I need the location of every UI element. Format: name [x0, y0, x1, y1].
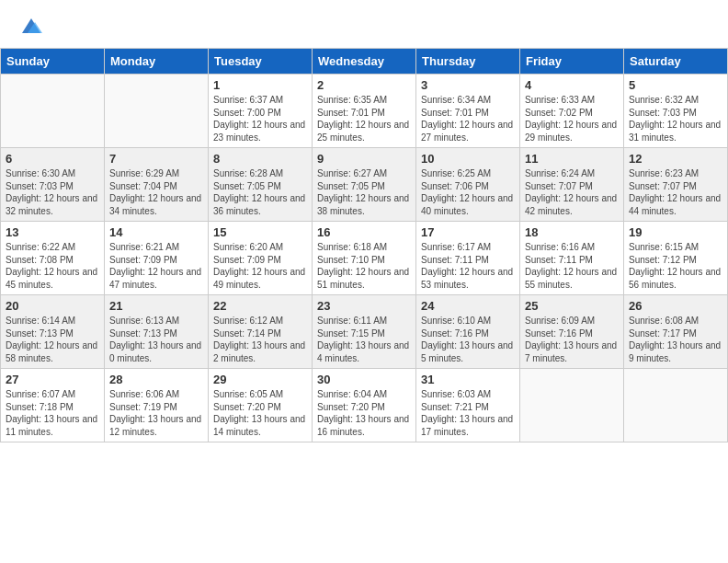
cell-info: Sunrise: 6:27 AM Sunset: 7:05 PM Dayligh…: [317, 167, 411, 217]
day-number: 13: [6, 225, 99, 239]
cell-info: Sunrise: 6:04 AM Sunset: 7:20 PM Dayligh…: [317, 388, 411, 438]
cell-info: Sunrise: 6:32 AM Sunset: 7:03 PM Dayligh…: [629, 94, 722, 144]
cell-info: Sunrise: 6:25 AM Sunset: 7:06 PM Dayligh…: [421, 167, 515, 217]
day-header-saturday: Saturday: [624, 49, 728, 75]
calendar-cell: 17Sunrise: 6:17 AM Sunset: 7:11 PM Dayli…: [416, 222, 520, 295]
cell-info: Sunrise: 6:17 AM Sunset: 7:11 PM Dayligh…: [421, 241, 515, 291]
cell-info: Sunrise: 6:37 AM Sunset: 7:00 PM Dayligh…: [213, 94, 307, 144]
calendar-cell: 15Sunrise: 6:20 AM Sunset: 7:09 PM Dayli…: [209, 222, 313, 295]
cell-info: Sunrise: 6:07 AM Sunset: 7:18 PM Dayligh…: [6, 388, 99, 438]
day-number: 15: [213, 225, 307, 239]
calendar-cell: 7Sunrise: 6:29 AM Sunset: 7:04 PM Daylig…: [105, 148, 209, 222]
cell-info: Sunrise: 6:03 AM Sunset: 7:21 PM Dayligh…: [421, 388, 515, 438]
calendar-cell: 21Sunrise: 6:13 AM Sunset: 7:13 PM Dayli…: [105, 295, 209, 369]
day-number: 24: [421, 299, 515, 313]
cell-info: Sunrise: 6:15 AM Sunset: 7:12 PM Dayligh…: [629, 241, 722, 291]
calendar-cell: 1Sunrise: 6:37 AM Sunset: 7:00 PM Daylig…: [209, 75, 313, 148]
calendar-week-row: 27Sunrise: 6:07 AM Sunset: 7:18 PM Dayli…: [1, 369, 728, 442]
cell-info: Sunrise: 6:16 AM Sunset: 7:11 PM Dayligh…: [525, 241, 619, 291]
calendar-cell: 9Sunrise: 6:27 AM Sunset: 7:05 PM Daylig…: [313, 148, 416, 222]
calendar-cell: [520, 369, 624, 442]
cell-info: Sunrise: 6:12 AM Sunset: 7:14 PM Dayligh…: [213, 315, 307, 364]
cell-info: Sunrise: 6:13 AM Sunset: 7:13 PM Dayligh…: [109, 315, 203, 364]
calendar-cell: 20Sunrise: 6:14 AM Sunset: 7:13 PM Dayli…: [1, 295, 105, 369]
calendar-cell: 6Sunrise: 6:30 AM Sunset: 7:03 PM Daylig…: [1, 148, 105, 222]
day-number: 1: [213, 78, 307, 92]
calendar-cell: [105, 75, 209, 148]
day-header-monday: Monday: [105, 49, 209, 75]
day-number: 30: [317, 373, 411, 386]
cell-info: Sunrise: 6:10 AM Sunset: 7:16 PM Dayligh…: [421, 315, 515, 364]
logo-icon: [18, 13, 44, 39]
day-number: 20: [6, 299, 99, 313]
day-number: 3: [421, 78, 515, 92]
cell-info: Sunrise: 6:06 AM Sunset: 7:19 PM Dayligh…: [109, 388, 203, 438]
calendar-cell: 31Sunrise: 6:03 AM Sunset: 7:21 PM Dayli…: [416, 369, 520, 442]
calendar-table: SundayMondayTuesdayWednesdayThursdayFrid…: [0, 48, 728, 442]
day-number: 23: [317, 299, 411, 313]
day-header-sunday: Sunday: [1, 49, 105, 75]
day-number: 10: [421, 152, 515, 166]
day-header-thursday: Thursday: [416, 49, 520, 75]
calendar-cell: 4Sunrise: 6:33 AM Sunset: 7:02 PM Daylig…: [520, 75, 624, 148]
calendar-cell: 12Sunrise: 6:23 AM Sunset: 7:07 PM Dayli…: [624, 148, 728, 222]
day-number: 14: [109, 225, 203, 239]
day-number: 28: [109, 373, 203, 386]
calendar-cell: 23Sunrise: 6:11 AM Sunset: 7:15 PM Dayli…: [313, 295, 416, 369]
calendar-cell: 22Sunrise: 6:12 AM Sunset: 7:14 PM Dayli…: [209, 295, 313, 369]
day-number: 17: [421, 225, 515, 239]
day-number: 19: [629, 225, 722, 239]
cell-info: Sunrise: 6:21 AM Sunset: 7:09 PM Dayligh…: [109, 241, 203, 291]
cell-info: Sunrise: 6:34 AM Sunset: 7:01 PM Dayligh…: [421, 94, 515, 144]
day-number: 8: [213, 152, 307, 166]
calendar-cell: 19Sunrise: 6:15 AM Sunset: 7:12 PM Dayli…: [624, 222, 728, 295]
day-number: 18: [525, 225, 619, 239]
day-number: 9: [317, 152, 411, 166]
calendar-cell: 16Sunrise: 6:18 AM Sunset: 7:10 PM Dayli…: [313, 222, 416, 295]
calendar-cell: 27Sunrise: 6:07 AM Sunset: 7:18 PM Dayli…: [1, 369, 105, 442]
cell-info: Sunrise: 6:30 AM Sunset: 7:03 PM Dayligh…: [6, 167, 99, 217]
day-number: 4: [525, 78, 619, 92]
cell-info: Sunrise: 6:14 AM Sunset: 7:13 PM Dayligh…: [6, 315, 99, 364]
calendar-cell: 14Sunrise: 6:21 AM Sunset: 7:09 PM Dayli…: [105, 222, 209, 295]
day-number: 6: [6, 152, 99, 166]
day-number: 27: [6, 373, 99, 386]
calendar-week-row: 13Sunrise: 6:22 AM Sunset: 7:08 PM Dayli…: [1, 222, 728, 295]
day-number: 21: [109, 299, 203, 313]
day-number: 7: [109, 152, 203, 166]
calendar-cell: 3Sunrise: 6:34 AM Sunset: 7:01 PM Daylig…: [416, 75, 520, 148]
calendar-cell: 30Sunrise: 6:04 AM Sunset: 7:20 PM Dayli…: [313, 369, 416, 442]
calendar-week-row: 20Sunrise: 6:14 AM Sunset: 7:13 PM Dayli…: [1, 295, 728, 369]
cell-info: Sunrise: 6:20 AM Sunset: 7:09 PM Dayligh…: [213, 241, 307, 291]
cell-info: Sunrise: 6:24 AM Sunset: 7:07 PM Dayligh…: [525, 167, 619, 217]
calendar-cell: 5Sunrise: 6:32 AM Sunset: 7:03 PM Daylig…: [624, 75, 728, 148]
calendar-header-row: SundayMondayTuesdayWednesdayThursdayFrid…: [1, 49, 728, 75]
calendar-cell: 26Sunrise: 6:08 AM Sunset: 7:17 PM Dayli…: [624, 295, 728, 369]
day-number: 22: [213, 299, 307, 313]
day-number: 12: [629, 152, 722, 166]
day-number: 26: [629, 299, 722, 313]
day-number: 31: [421, 373, 515, 386]
cell-info: Sunrise: 6:29 AM Sunset: 7:04 PM Dayligh…: [109, 167, 203, 217]
day-number: 2: [317, 78, 411, 92]
calendar-cell: 25Sunrise: 6:09 AM Sunset: 7:16 PM Dayli…: [520, 295, 624, 369]
calendar-cell: 18Sunrise: 6:16 AM Sunset: 7:11 PM Dayli…: [520, 222, 624, 295]
day-number: 25: [525, 299, 619, 313]
cell-info: Sunrise: 6:22 AM Sunset: 7:08 PM Dayligh…: [6, 241, 99, 291]
cell-info: Sunrise: 6:09 AM Sunset: 7:16 PM Dayligh…: [525, 315, 619, 364]
calendar-cell: 8Sunrise: 6:28 AM Sunset: 7:05 PM Daylig…: [209, 148, 313, 222]
cell-info: Sunrise: 6:35 AM Sunset: 7:01 PM Dayligh…: [317, 94, 411, 144]
calendar-cell: 13Sunrise: 6:22 AM Sunset: 7:08 PM Dayli…: [1, 222, 105, 295]
calendar-week-row: 6Sunrise: 6:30 AM Sunset: 7:03 PM Daylig…: [1, 148, 728, 222]
cell-info: Sunrise: 6:18 AM Sunset: 7:10 PM Dayligh…: [317, 241, 411, 291]
calendar-cell: [624, 369, 728, 442]
day-header-tuesday: Tuesday: [209, 49, 313, 75]
day-header-wednesday: Wednesday: [313, 49, 416, 75]
calendar-cell: 11Sunrise: 6:24 AM Sunset: 7:07 PM Dayli…: [520, 148, 624, 222]
logo: [17, 13, 44, 39]
calendar-cell: [1, 75, 105, 148]
cell-info: Sunrise: 6:05 AM Sunset: 7:20 PM Dayligh…: [213, 388, 307, 438]
day-number: 5: [629, 78, 722, 92]
calendar-week-row: 1Sunrise: 6:37 AM Sunset: 7:00 PM Daylig…: [1, 75, 728, 148]
cell-info: Sunrise: 6:28 AM Sunset: 7:05 PM Dayligh…: [213, 167, 307, 217]
